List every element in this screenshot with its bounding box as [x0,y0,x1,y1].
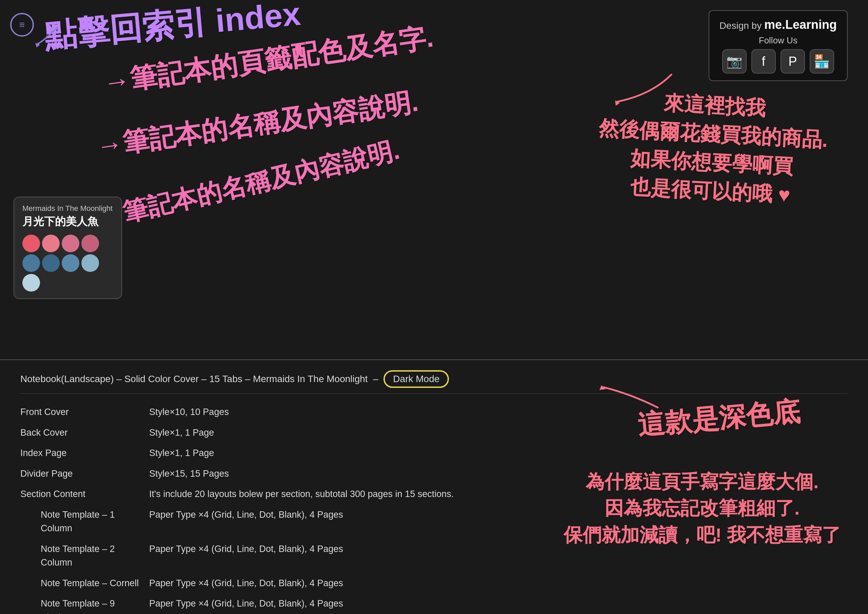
design-box: Design by me.Learning Follow Us 📷 f P 🏪 [708,10,848,81]
notebook-card-subtitle: 月光下的美人魚 [22,214,113,229]
row-label: Note Template – Cornell [20,573,149,594]
social-icons-row: 📷 f P 🏪 [719,49,837,74]
row-label: Index Page [20,443,149,464]
fontsize-line1: 為什麼這頁手寫字這麼大個. [564,468,841,495]
fontsize-line2: 因為我忘記改筆粗細了. [564,495,841,521]
table-row: Back CoverStyle×1, 1 Page [20,422,517,443]
row-value: Paper Type ×4 (Grid, Line, Dot, Blank), … [149,504,517,539]
color-3 [62,235,79,252]
color-7 [62,254,79,272]
color-9 [22,274,40,291]
color-1 [22,235,40,252]
color-2 [42,235,60,252]
color-6 [42,254,60,272]
row-value: Style×15, 15 Pages [149,464,517,484]
row-label: Back Cover [20,422,149,443]
annotation-area: ≡ 點擊回索引 index →筆記本的頁籤配色及名字. →筆記本的名稱及內容說明… [0,0,868,360]
design-by-text: Design by me.Learning [719,18,837,32]
row-label: Front Cover [20,402,149,422]
color-5 [22,254,40,272]
fontsize-line3: 保們就加減讀，吧! 我不想重寫了 [564,522,841,548]
notebook-card-title: Mermaids In The Moonlight [22,204,113,213]
content-area: Notebook(Landscape) – Solid Color Cover … [0,360,868,614]
content-annotation: →筆記本的名稱及內容說明. [94,148,403,221]
notebook-preview-card: Mermaids In The Moonlight 月光下的美人魚 [14,197,122,299]
color-4 [81,235,99,252]
row-label: Note Template – 1 Column [20,504,149,539]
row-value: Style×10, 10 Pages [149,402,517,422]
table-row: Note Template – 1 ColumnPaper Type ×4 (G… [20,504,517,539]
fontsize-annotation: 為什麼這頁手寫字這麼大個. 因為我忘記改筆粗細了. 保們就加減讀，吧! 我不想重… [564,468,841,548]
follow-us-label: Follow Us [719,35,837,46]
row-value: Paper Type ×4 (Grid, Line, Dot, Blank), … [149,539,517,573]
row-label: Divider Page [20,464,149,484]
table-row: Front CoverStyle×10, 10 Pages [20,402,517,422]
instagram-icon[interactable]: 📷 [722,49,747,74]
row-value: Paper Type ×4 (Grid, Line, Dot, Blank), … [149,593,517,614]
dark-mode-badge: Dark Mode [383,370,449,388]
row-value: Paper Type ×4 (Grid, Line, Dot, Blank), … [149,573,517,594]
notebook-title-text: Notebook(Landscape) – Solid Color Cover … [20,374,368,384]
arrow-buy [610,68,678,109]
row-label: Section Content [20,484,149,504]
notebook-title-bar: Notebook(Landscape) – Solid Color Cover … [20,370,848,394]
brand-name: me.Learning [764,18,837,31]
color-palette [22,235,113,291]
table-row: Note Template – CornellPaper Type ×4 (Gr… [20,573,517,594]
dark-annotation: 這款是深色底 [637,401,800,436]
table-row: Divider PageStyle×15, 15 Pages [20,464,517,484]
table-row: Section ContentIt's include 20 layouts b… [20,484,517,504]
facebook-icon[interactable]: f [751,49,776,74]
row-label: Note Template – 2 Column [20,539,149,573]
store-icon[interactable]: 🏪 [810,49,834,74]
table-row: Note Template – 2 ColumnPaper Type ×4 (G… [20,539,517,573]
row-value: Style×1, 1 Page [149,422,517,443]
content-table: Front CoverStyle×10, 10 PagesBack CoverS… [20,402,517,614]
color-8 [81,254,99,272]
row-label: Note Template – 9 Blocks [20,593,149,614]
table-row: Index PageStyle×1, 1 Page [20,443,517,464]
row-value: Style×1, 1 Page [149,443,517,464]
arrow-circle [31,20,85,48]
row-value: It's include 20 layouts bolew per sectio… [149,484,517,504]
arrow-dark [597,380,665,414]
table-row: Note Template – 9 BlocksPaper Type ×4 (G… [20,593,517,614]
pinterest-icon[interactable]: P [781,49,805,74]
